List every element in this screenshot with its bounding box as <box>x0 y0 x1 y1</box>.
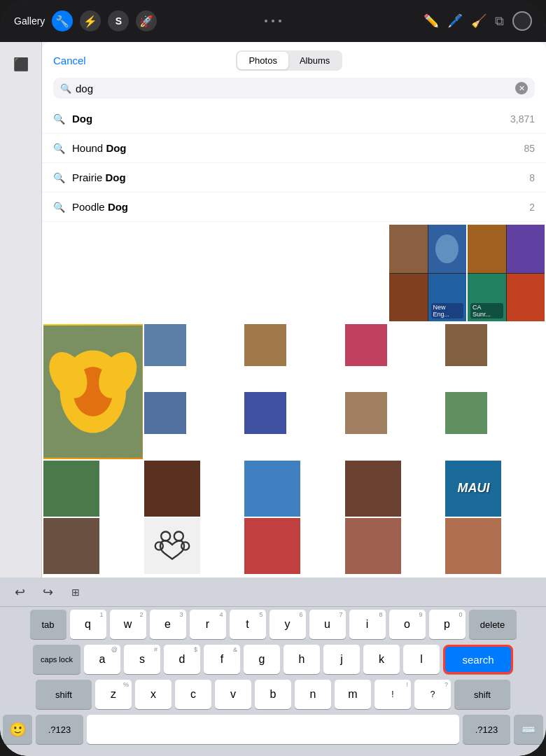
key-o[interactable]: 9o <box>389 610 426 639</box>
photo-cell-r3c2[interactable] <box>144 461 200 517</box>
key-question[interactable]: ? ? <box>414 680 451 709</box>
pen-nib-icon[interactable]: 🖊️ <box>447 13 463 29</box>
redo-tool-button[interactable]: ↪ <box>36 581 59 603</box>
photo-cell-r2c3[interactable] <box>244 392 286 434</box>
lightning-icon[interactable]: ⚡ <box>80 10 101 31</box>
caps-lock-key[interactable]: caps lock <box>33 645 80 674</box>
album-thumb-1[interactable] <box>389 225 428 273</box>
photo-cell-r4c3[interactable] <box>244 518 300 574</box>
key-l[interactable]: l <box>403 645 440 674</box>
photo-cell-r4c1[interactable] <box>43 518 99 574</box>
album-thumb-5[interactable] <box>468 225 506 273</box>
suggestion-poodle-dog[interactable]: 🔍 Poodle Dog 2 <box>42 192 546 221</box>
eraser-icon[interactable]: 🧹 <box>471 13 486 29</box>
photo-cell-r1c4[interactable] <box>345 324 387 366</box>
numeric-right-key[interactable]: .?123 <box>463 715 510 744</box>
key-t[interactable]: 5t <box>230 610 266 639</box>
key-q[interactable]: 1q <box>70 610 106 639</box>
key-f[interactable]: &f <box>204 645 240 674</box>
key-r[interactable]: 4r <box>190 610 226 639</box>
undo-tool-button[interactable]: ↩ <box>8 581 31 603</box>
album-thumb-3[interactable] <box>389 274 428 322</box>
search-input-value[interactable]: dog <box>76 83 511 94</box>
key-h[interactable]: h <box>284 645 320 674</box>
emoji-key[interactable]: 🙂 <box>3 715 32 744</box>
suggestion-hound-dog[interactable]: 🔍 Hound Dog 85 <box>42 134 546 163</box>
space-key[interactable] <box>87 715 459 744</box>
numeric-left-key[interactable]: .?123 <box>36 715 83 744</box>
album-thumb-7[interactable]: CA Sunr... <box>468 274 506 322</box>
photo-flower[interactable] <box>43 324 143 459</box>
paste-tool-button[interactable]: ⊞ <box>64 581 87 603</box>
key-i-number: 8 <box>379 611 382 618</box>
key-s[interactable]: #s <box>124 645 160 674</box>
key-x[interactable]: x <box>135 680 172 709</box>
photo-cell-r3c3[interactable] <box>244 461 300 517</box>
key-m[interactable]: m <box>335 680 371 709</box>
photo-cell-r1c5[interactable] <box>445 324 487 366</box>
key-u[interactable]: 7u <box>309 610 346 639</box>
key-p[interactable]: 0p <box>429 610 465 639</box>
dot1 <box>265 20 267 22</box>
photo-paw[interactable] <box>144 518 200 574</box>
svg-point-5 <box>161 531 170 540</box>
photo-cell-r2c4[interactable] <box>345 392 387 434</box>
suggestion-label-4: Poodle Dog <box>72 201 522 213</box>
photo-maui[interactable]: MAUI <box>445 461 501 517</box>
album-thumb-8[interactable] <box>507 274 545 322</box>
layers-icon[interactable]: ⧉ <box>495 14 504 29</box>
camera-icon[interactable] <box>512 11 532 31</box>
dot2 <box>272 20 274 22</box>
cancel-button[interactable]: Cancel <box>53 55 86 66</box>
key-w[interactable]: 2w <box>110 610 146 639</box>
sidebar-btn-1[interactable]: ⬛ <box>8 52 34 77</box>
key-a[interactable]: @a <box>84 645 120 674</box>
rocket-icon[interactable]: 🚀 <box>136 10 157 31</box>
key-e[interactable]: 3e <box>150 610 186 639</box>
key-g[interactable]: g <box>244 645 280 674</box>
top-bar-center <box>265 20 281 22</box>
key-y[interactable]: 6y <box>270 610 306 639</box>
key-v[interactable]: v <box>215 680 251 709</box>
suggestion-prairie-dog[interactable]: 🔍 Prairie Dog 8 <box>42 163 546 192</box>
keyboard-icon-key[interactable]: ⌨️ <box>514 715 543 744</box>
key-n[interactable]: n <box>295 680 331 709</box>
key-b[interactable]: b <box>255 680 291 709</box>
photo-cell-r3c4[interactable] <box>345 461 401 517</box>
tab-albums[interactable]: Albums <box>288 52 341 69</box>
tab-key[interactable]: tab <box>30 610 66 639</box>
photo-grid-main: MAUI <box>42 323 546 575</box>
photo-cell-r2c2[interactable] <box>144 392 186 434</box>
wrench-icon[interactable]: 🔧 <box>52 10 73 31</box>
photo-grid-section: New Eng... CA Sunr... <box>42 222 546 581</box>
key-z[interactable]: %z <box>95 680 132 709</box>
shift-right-key[interactable]: shift <box>454 680 510 709</box>
search-key[interactable]: search <box>443 645 513 674</box>
album-thumb-6[interactable] <box>507 225 545 273</box>
album-thumb-4[interactable]: New Eng... <box>428 274 467 322</box>
key-j[interactable]: j <box>323 645 360 674</box>
keyboard-toolbar: ↩ ↪ ⊞ <box>0 578 546 607</box>
photo-cell-r4c4[interactable] <box>345 518 401 574</box>
key-exclaim[interactable]: ! ! <box>374 680 411 709</box>
suggestion-dog[interactable]: 🔍 Dog 3,871 <box>42 104 546 134</box>
album-thumb-2[interactable] <box>428 225 467 273</box>
pencil-icon[interactable]: ✏️ <box>424 13 439 29</box>
search-clear-button[interactable]: ✕ <box>515 82 528 94</box>
photo-cell-r3c1[interactable] <box>43 461 99 517</box>
key-c[interactable]: c <box>175 680 211 709</box>
photo-cell-r1c2[interactable] <box>144 324 186 366</box>
tab-photos[interactable]: Photos <box>237 52 288 69</box>
delete-key[interactable]: delete <box>469 610 517 639</box>
key-d[interactable]: $d <box>164 645 200 674</box>
key-k[interactable]: k <box>363 645 400 674</box>
photo-cell-r4c5[interactable] <box>445 518 501 574</box>
key-i[interactable]: 8i <box>349 610 386 639</box>
key-d-number: $ <box>194 646 197 653</box>
s-icon[interactable]: S <box>108 10 129 31</box>
photo-cell-r2c5[interactable] <box>445 392 487 434</box>
shift-left-key[interactable]: shift <box>36 680 92 709</box>
photo-cell-r1c3[interactable] <box>244 324 286 366</box>
svg-point-6 <box>174 531 183 540</box>
key-e-number: 3 <box>179 611 183 618</box>
